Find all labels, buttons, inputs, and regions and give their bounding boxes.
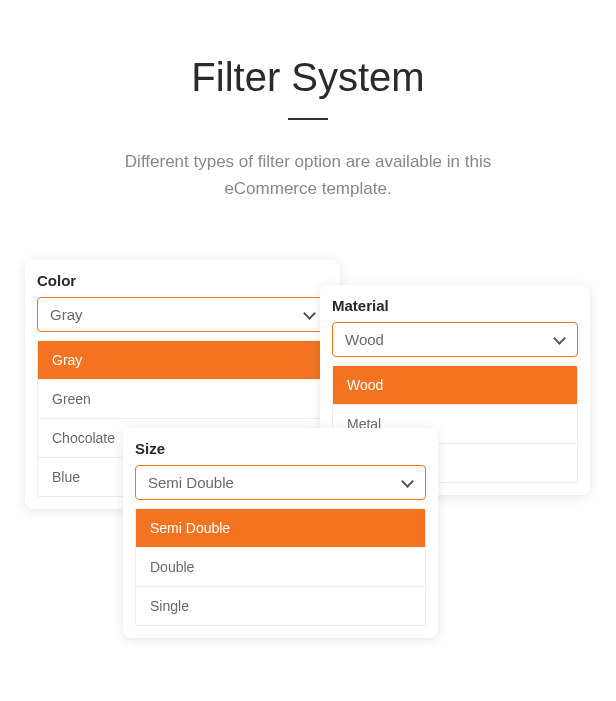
color-option-green[interactable]: Green xyxy=(38,380,327,419)
size-option-double[interactable]: Double xyxy=(136,548,425,587)
title-divider xyxy=(288,118,328,120)
chevron-down-icon xyxy=(305,310,315,320)
color-filter-label: Color xyxy=(37,272,328,289)
size-filter-label: Size xyxy=(135,440,426,457)
material-select-value: Wood xyxy=(345,331,384,348)
material-filter-label: Material xyxy=(332,297,578,314)
chevron-down-icon xyxy=(555,335,565,345)
color-select[interactable]: Gray xyxy=(37,297,328,332)
material-select[interactable]: Wood xyxy=(332,322,578,357)
color-option-gray[interactable]: Gray xyxy=(38,341,327,380)
page-subtitle: Different types of filter option are ava… xyxy=(78,148,538,202)
size-filter-card: Size Semi Double Semi Double Double Sing… xyxy=(123,428,438,638)
size-option-semi-double[interactable]: Semi Double xyxy=(136,509,425,548)
chevron-down-icon xyxy=(403,478,413,488)
page-title: Filter System xyxy=(0,55,616,100)
size-select[interactable]: Semi Double xyxy=(135,465,426,500)
material-option-wood[interactable]: Wood xyxy=(333,366,577,405)
size-options-list: Semi Double Double Single xyxy=(135,508,426,626)
size-option-single[interactable]: Single xyxy=(136,587,425,625)
color-select-value: Gray xyxy=(50,306,83,323)
size-select-value: Semi Double xyxy=(148,474,234,491)
